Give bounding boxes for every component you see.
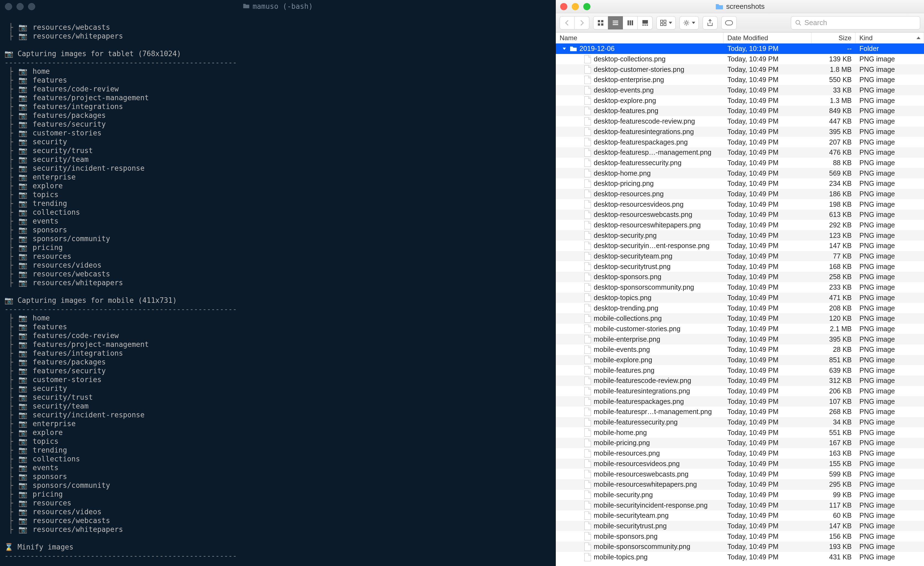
terminal-output-line: ├ 📷 home [4,67,551,76]
file-row[interactable]: mobile-features.pngToday, 10:49 PM639 KB… [556,365,924,375]
terminal-output-line: ├ 📷 events [4,217,551,226]
file-row[interactable]: desktop-customer-stories.pngToday, 10:49… [556,64,924,75]
file-row[interactable]: desktop-home.pngToday, 10:49 PM569 KBPNG… [556,168,924,178]
file-row[interactable]: desktop-securitytrust.pngToday, 10:49 PM… [556,261,924,272]
file-row[interactable]: mobile-sponsors.pngToday, 10:49 PM156 KB… [556,531,924,542]
column-date-modified[interactable]: Date Modified [723,33,812,43]
document-icon [584,314,591,323]
file-row[interactable]: mobile-events.pngToday, 10:49 PM28 KBPNG… [556,345,924,355]
file-row[interactable]: mobile-home.pngToday, 10:49 PM551 KBPNG … [556,427,924,438]
column-view-button[interactable] [623,16,638,29]
file-row[interactable]: desktop-trending.pngToday, 10:49 PM208 K… [556,303,924,313]
file-name: mobile-resourceswebcasts.png [594,470,688,478]
file-row[interactable]: desktop-resourceswebcasts.pngToday, 10:4… [556,209,924,220]
file-row[interactable]: mobile-enterprise.pngToday, 10:49 PM395 … [556,334,924,345]
close-button[interactable] [560,3,567,10]
file-row[interactable]: desktop-featuressecurity.pngToday, 10:49… [556,158,924,168]
terminal-section-heading: ⌛ Minify images [4,543,551,552]
file-row[interactable]: desktop-events.pngToday, 10:49 PM33 KBPN… [556,85,924,96]
camera-icon: 📷 [18,490,27,499]
search-field[interactable]: Search [791,16,920,29]
arrange-button[interactable] [656,16,676,29]
file-row[interactable]: desktop-collections.pngToday, 10:49 PM13… [556,54,924,65]
zoom-button[interactable] [583,3,590,10]
list-view-button[interactable] [608,16,623,29]
file-kind: PNG image [855,553,924,561]
file-row[interactable]: mobile-featurespackages.pngToday, 10:49 … [556,396,924,406]
file-row[interactable]: mobile-featuresintegrations.pngToday, 10… [556,386,924,396]
close-button[interactable] [5,3,12,10]
file-row[interactable]: desktop-resourcesvideos.pngToday, 10:49 … [556,199,924,209]
disclosure-triangle-icon[interactable] [561,47,567,51]
action-button[interactable] [680,16,699,29]
file-row[interactable]: mobile-resourcesvideos.pngToday, 10:49 P… [556,459,924,469]
file-row[interactable]: mobile-collections.pngToday, 10:49 PM120… [556,313,924,324]
terminal-titlebar[interactable]: mamuso (-bash) [0,0,555,13]
file-kind: PNG image [855,543,924,551]
file-row[interactable]: mobile-pricing.pngToday, 10:49 PM167 KBP… [556,438,924,448]
file-row[interactable]: desktop-features.pngToday, 10:49 PM849 K… [556,106,924,116]
file-row[interactable]: mobile-securitytrust.pngToday, 10:49 PM1… [556,521,924,531]
zoom-button[interactable] [28,3,35,10]
file-row[interactable]: mobile-featuressecurity.pngToday, 10:49 … [556,417,924,428]
file-row[interactable]: desktop-securityteam.pngToday, 10:49 PM7… [556,251,924,262]
finder-titlebar[interactable]: screenshots [556,0,924,13]
file-kind: PNG image [855,449,924,457]
column-kind[interactable]: Kind [855,33,924,43]
terminal-body[interactable]: ├ 📷 resources/webcasts ├ 📷 resources/whi… [0,13,555,566]
file-row[interactable]: mobile-featurespr…t-management.pngToday,… [556,406,924,417]
gallery-view-button[interactable] [638,16,652,29]
file-row[interactable]: desktop-explore.pngToday, 10:49 PM1.3 MB… [556,95,924,106]
file-row[interactable]: mobile-securityincident-response.pngToda… [556,500,924,510]
file-name: mobile-featurespackages.png [594,397,684,405]
file-row[interactable]: mobile-security.pngToday, 10:49 PM99 KBP… [556,490,924,500]
terminal-output-line: ├ 📷 resources/webcasts [4,516,551,525]
file-date: Today, 10:49 PM [723,345,812,354]
folder-row[interactable]: 2019-12-06Today, 10:19 PM--Folder [556,44,924,54]
file-row[interactable]: mobile-securityteam.pngToday, 10:49 PM60… [556,510,924,521]
terminal-output-line: ├ 📷 security/team [4,402,551,411]
file-row[interactable]: desktop-pricing.pngToday, 10:49 PM234 KB… [556,178,924,189]
column-name[interactable]: Name [556,33,723,43]
document-icon [584,65,591,74]
file-size: 1.3 MB [812,96,855,105]
file-row[interactable]: desktop-securityin…ent-response.pngToday… [556,241,924,251]
file-row[interactable]: mobile-customer-stories.pngToday, 10:49 … [556,324,924,334]
share-button[interactable] [703,16,717,29]
tags-button[interactable] [722,16,737,29]
file-row[interactable]: desktop-topics.pngToday, 10:49 PM471 KBP… [556,293,924,303]
file-row[interactable]: desktop-sponsorscommunity.pngToday, 10:4… [556,282,924,293]
file-date: Today, 10:49 PM [723,376,812,385]
file-row[interactable]: desktop-featurespackages.pngToday, 10:49… [556,137,924,147]
file-kind: PNG image [855,387,924,395]
file-row[interactable]: desktop-featuresintegrations.pngToday, 1… [556,126,924,137]
file-date: Today, 10:49 PM [723,480,812,488]
file-row[interactable]: mobile-resources.pngToday, 10:49 PM163 K… [556,448,924,459]
file-row[interactable]: mobile-explore.pngToday, 10:49 PM851 KBP… [556,355,924,365]
camera-icon: 📷 [18,314,27,323]
file-kind: PNG image [855,376,924,385]
file-row[interactable]: mobile-resourceswhitepapers.pngToday, 10… [556,479,924,490]
minimize-button[interactable] [16,3,24,10]
file-row[interactable]: desktop-resourceswhitepapers.pngToday, 1… [556,220,924,230]
file-row[interactable]: mobile-resourceswebcasts.pngToday, 10:49… [556,469,924,479]
file-row[interactable]: desktop-featurescode-review.pngToday, 10… [556,116,924,126]
file-row[interactable]: mobile-topics.pngToday, 10:49 PM431 KBPN… [556,552,924,562]
back-button[interactable] [560,16,574,29]
icon-view-button[interactable] [593,16,608,29]
forward-button[interactable] [574,16,590,29]
file-row[interactable]: desktop-resources.pngToday, 10:49 PM186 … [556,189,924,199]
minimize-button[interactable] [572,3,579,10]
file-row[interactable]: mobile-featurescode-review.pngToday, 10:… [556,375,924,386]
column-size[interactable]: Size [812,33,855,43]
finder-list[interactable]: 2019-12-06Today, 10:19 PM--Folderdesktop… [556,44,924,566]
file-row[interactable]: desktop-sponsors.pngToday, 10:49 PM258 K… [556,272,924,282]
file-row[interactable]: desktop-featuresp…-management.pngToday, … [556,147,924,158]
file-row[interactable]: desktop-security.pngToday, 10:49 PM123 K… [556,230,924,241]
file-kind: PNG image [855,522,924,530]
file-kind: PNG image [855,138,924,146]
file-row[interactable]: mobile-sponsorscommunity.pngToday, 10:49… [556,542,924,552]
file-date: Today, 10:49 PM [723,190,812,198]
camera-icon: 📷 [18,270,27,278]
file-row[interactable]: desktop-enterprise.pngToday, 10:49 PM550… [556,75,924,85]
